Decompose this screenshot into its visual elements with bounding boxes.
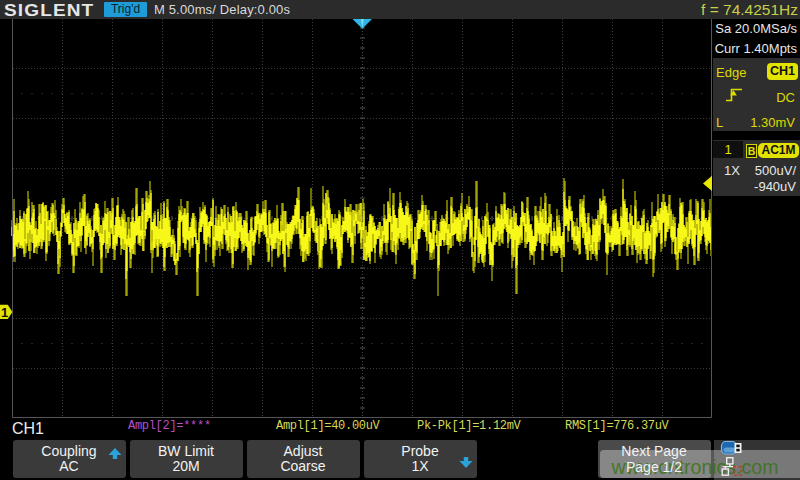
svg-text:1: 1: [1, 305, 8, 320]
